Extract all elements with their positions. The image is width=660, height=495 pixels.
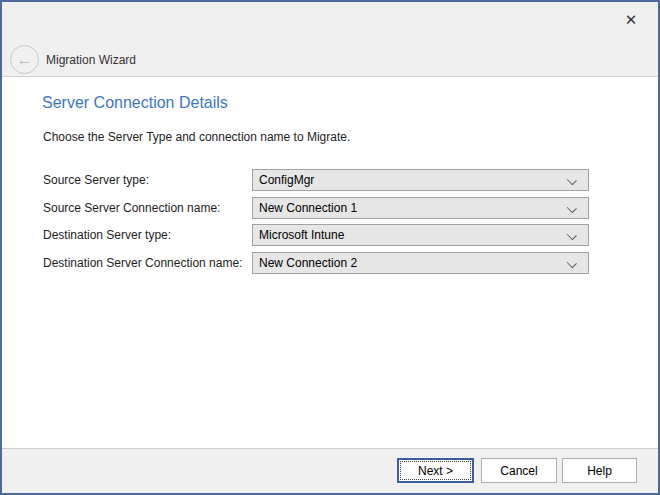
dropdown-value: Microsoft Intune <box>259 228 344 242</box>
next-button[interactable]: Next > <box>397 458 474 483</box>
wizard-title: Migration Wizard <box>46 53 136 67</box>
close-icon: ✕ <box>625 11 638 29</box>
chevron-down-icon <box>568 205 576 213</box>
back-arrow-icon: ← <box>17 52 33 68</box>
wizard-header: ✕ ← Migration Wizard <box>2 2 658 77</box>
source-server-type-dropdown[interactable]: ConfigMgr <box>252 169 589 191</box>
cancel-button[interactable]: Cancel <box>481 458 557 483</box>
dropdown-value: New Connection 2 <box>259 256 357 270</box>
source-connection-name-dropdown[interactable]: New Connection 1 <box>252 197 589 219</box>
destination-connection-name-label: Destination Server Connection name: <box>43 252 242 274</box>
destination-connection-name-dropdown[interactable]: New Connection 2 <box>252 252 589 274</box>
source-server-type-label: Source Server type: <box>43 169 149 191</box>
source-connection-name-label: Source Server Connection name: <box>43 197 220 219</box>
instruction-text: Choose the Server Type and connection na… <box>43 130 350 144</box>
close-button[interactable]: ✕ <box>618 8 644 32</box>
dropdown-value: New Connection 1 <box>259 201 357 215</box>
destination-server-type-dropdown[interactable]: Microsoft Intune <box>252 224 589 246</box>
migration-wizard-window: ✕ ← Migration Wizard Server Connection D… <box>0 0 660 495</box>
button-bar: Next > Cancel Help <box>2 448 658 493</box>
page-title: Server Connection Details <box>42 94 228 112</box>
back-button[interactable]: ← <box>10 45 39 74</box>
chevron-down-icon <box>568 232 576 240</box>
help-button[interactable]: Help <box>562 458 637 483</box>
destination-server-type-label: Destination Server type: <box>43 224 171 246</box>
dropdown-value: ConfigMgr <box>259 173 314 187</box>
chevron-down-icon <box>568 177 576 185</box>
chevron-down-icon <box>568 260 576 268</box>
